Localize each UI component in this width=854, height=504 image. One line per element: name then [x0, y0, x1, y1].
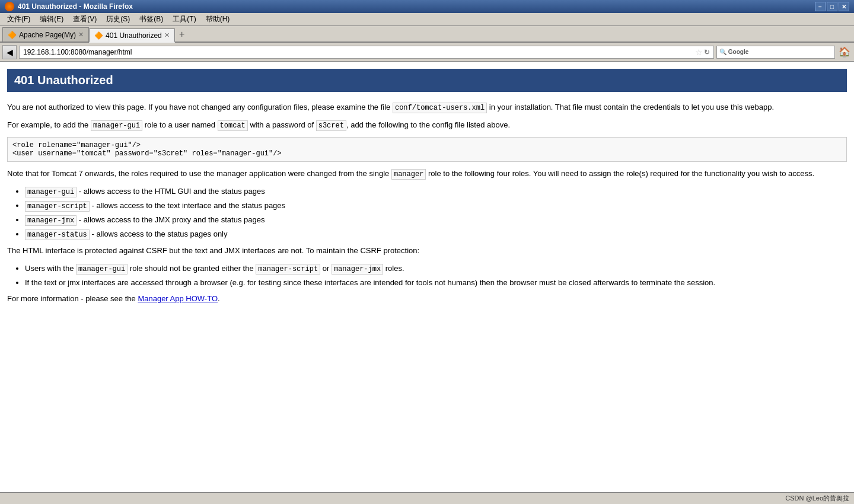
role-status-desc: - allows access to the status pages only — [90, 229, 228, 238]
menu-edit[interactable]: 编辑(E) — [35, 13, 68, 25]
para4: The HTML interface is protected against … — [7, 245, 847, 257]
list-item: manager-script - allows access to the te… — [25, 200, 847, 212]
bookmark-icon[interactable]: ☆ — [695, 47, 703, 57]
address-box[interactable]: 192.168.1.100:8080/manager/html ☆ ↻ — [19, 46, 714, 59]
para2-cont: with a password of — [248, 120, 316, 129]
bullet2-mid: role should not be granted either the — [128, 264, 256, 273]
role-script-desc: - allows access to the text interface an… — [90, 201, 285, 210]
para1-cont: in your installation. That file must con… — [487, 103, 774, 111]
csrf-list: Users with the manager-gui role should n… — [25, 263, 847, 289]
bullet2-code2: manager-script — [256, 264, 320, 275]
firefox-icon — [5, 2, 14, 11]
minimize-button[interactable]: − — [815, 2, 826, 11]
tab-apache[interactable]: 🔶 Apache Page(My) ✕ — [2, 27, 89, 42]
para2-end: , add the following to the config file l… — [346, 120, 510, 129]
search-box[interactable]: 🔍 Google — [716, 46, 835, 59]
tab-401[interactable]: 🔶 401 Unauthorized ✕ — [89, 28, 175, 43]
addressbar: ◀ 192.168.1.100:8080/manager/html ☆ ↻ 🔍 … — [0, 43, 854, 62]
list-item: Users with the manager-gui role should n… — [25, 263, 847, 275]
list-item: manager-gui - allows access to the HTML … — [25, 186, 847, 197]
para5-end: . — [218, 294, 220, 303]
watermark: CSDN @Leo的蕾奥拉 — [785, 494, 849, 503]
howto-link[interactable]: Manager App HOW-TO — [138, 294, 218, 303]
page-content: 401 Unauthorized You are not authorized … — [0, 62, 854, 492]
page-title: 401 Unauthorized — [7, 69, 847, 92]
para3-start: Note that for Tomcat 7 onwards, the role… — [7, 169, 391, 178]
address-text: 192.168.1.100:8080/manager/html — [23, 48, 695, 56]
statusbar: CSDN @Leo的蕾奥拉 — [0, 492, 854, 504]
menu-history[interactable]: 历史(S) — [101, 13, 135, 25]
para2-text: For example, to add the — [7, 120, 91, 129]
bullet2-code1: manager-gui — [76, 264, 128, 275]
para2-code1: manager-gui — [91, 120, 142, 131]
tab-401-icon: 🔶 — [94, 31, 103, 40]
para2-code2: tomcat — [218, 120, 248, 131]
titlebar: 401 Unauthorized - Mozilla Firefox − □ ✕ — [0, 0, 854, 13]
menu-file[interactable]: 文件(F) — [2, 13, 35, 25]
para1-code: conf/tomcat-users.xml — [393, 103, 487, 113]
search-logo: 🔍 Google — [719, 49, 748, 55]
list-item: manager-status - allows access to the st… — [25, 228, 847, 240]
window-controls: − □ ✕ — [815, 2, 849, 11]
para3-code: manager — [391, 169, 426, 180]
para1-text: You are not authorized to view this page… — [7, 103, 393, 111]
window-title: 401 Unauthorized - Mozilla Firefox — [18, 2, 133, 11]
role-gui-code: manager-gui — [25, 187, 77, 197]
maximize-button[interactable]: □ — [827, 2, 837, 11]
para3: Note that for Tomcat 7 onwards, the role… — [7, 168, 847, 180]
tab-apache-icon: 🔶 — [8, 31, 17, 39]
bullet2-end: roles. — [383, 264, 404, 273]
roles-list: manager-gui - allows access to the HTML … — [25, 186, 847, 240]
role-script-code: manager-script — [25, 201, 90, 212]
para5: For more information - please see the Ma… — [7, 293, 847, 305]
para1: You are not authorized to view this page… — [7, 101, 847, 113]
para5-start: For more information - please see the — [7, 294, 138, 303]
tab-401-close[interactable]: ✕ — [164, 31, 170, 39]
list-item: manager-jmx - allows access to the JMX p… — [25, 214, 847, 226]
new-tab-button[interactable]: + — [175, 27, 189, 42]
bullet2-mid2: or — [320, 264, 332, 273]
role-jmx-code: manager-jmx — [25, 215, 77, 226]
home-button[interactable]: 🏠 — [837, 45, 852, 59]
tab-401-label: 401 Unauthorized — [106, 31, 162, 40]
list-item: If the text or jmx interfaces are access… — [25, 277, 847, 289]
para2-code3: s3cret — [316, 120, 346, 131]
menu-tools[interactable]: 工具(T) — [168, 13, 200, 25]
back-button[interactable]: ◀ — [2, 45, 17, 59]
para2: For example, to add the manager-gui role… — [7, 119, 847, 131]
role-gui-desc: - allows access to the HTML GUI and the … — [77, 187, 265, 196]
role-jmx-desc: - allows access to the JMX proxy and the… — [77, 215, 265, 224]
bullet2-text2: If the text or jmx interfaces are access… — [25, 278, 715, 287]
menu-bookmarks[interactable]: 书签(B) — [135, 13, 168, 25]
menubar: 文件(F) 编辑(E) 查看(V) 历史(S) 书签(B) 工具(T) 帮助(H… — [0, 13, 854, 26]
menu-help[interactable]: 帮助(H) — [201, 13, 235, 25]
bullet2-code3: manager-jmx — [332, 264, 383, 275]
para3-end: role to the following four roles. You wi… — [426, 169, 814, 178]
tabbar: 🔶 Apache Page(My) ✕ 🔶 401 Unauthorized ✕… — [0, 26, 854, 43]
reload-icon[interactable]: ↻ — [704, 48, 710, 56]
menu-view[interactable]: 查看(V) — [68, 13, 101, 25]
role-status-code: manager-status — [25, 229, 90, 240]
para2-mid: role to a user named — [142, 120, 217, 129]
bullet2-prefix: Users with the — [25, 264, 76, 273]
code-block: <role rolename="manager-gui"/> <user use… — [7, 137, 847, 162]
tab-apache-label: Apache Page(My) — [19, 31, 76, 39]
tab-apache-close[interactable]: ✕ — [78, 31, 84, 39]
close-button[interactable]: ✕ — [839, 2, 849, 11]
